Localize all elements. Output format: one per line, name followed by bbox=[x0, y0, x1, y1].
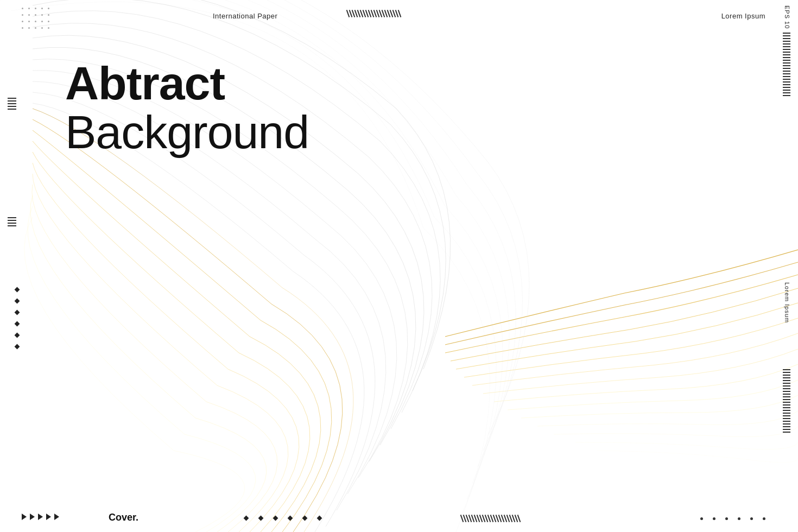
bottom-cover-label: Cover. bbox=[109, 512, 138, 523]
ticks-right-bottom bbox=[783, 369, 790, 433]
bottom-ticks-decoration bbox=[461, 515, 520, 522]
eps-label: EPS 10 bbox=[784, 5, 790, 29]
left-dashes-mid bbox=[8, 217, 16, 226]
bottom-diamonds-decoration bbox=[244, 516, 321, 520]
left-diamonds-decoration bbox=[15, 288, 19, 349]
main-canvas: International Paper Lorem Ipsum EPS 10 bbox=[0, 0, 798, 532]
main-title-line1: Abtract bbox=[65, 60, 225, 106]
ticks-top-center bbox=[347, 10, 400, 17]
right-lorem-ipsum: Lorem Ipsum bbox=[784, 282, 790, 323]
main-title-line2: Background bbox=[65, 109, 309, 155]
bottom-dots-right-decoration bbox=[700, 517, 765, 520]
header-lorem-ipsum: Lorem Ipsum bbox=[721, 12, 765, 20]
dots-grid-decoration bbox=[22, 8, 52, 31]
left-dashes-top bbox=[8, 98, 16, 110]
ticks-right-decoration bbox=[783, 33, 790, 96]
header-title: International Paper bbox=[213, 12, 277, 20]
bottom-arrows-decoration bbox=[22, 514, 59, 520]
